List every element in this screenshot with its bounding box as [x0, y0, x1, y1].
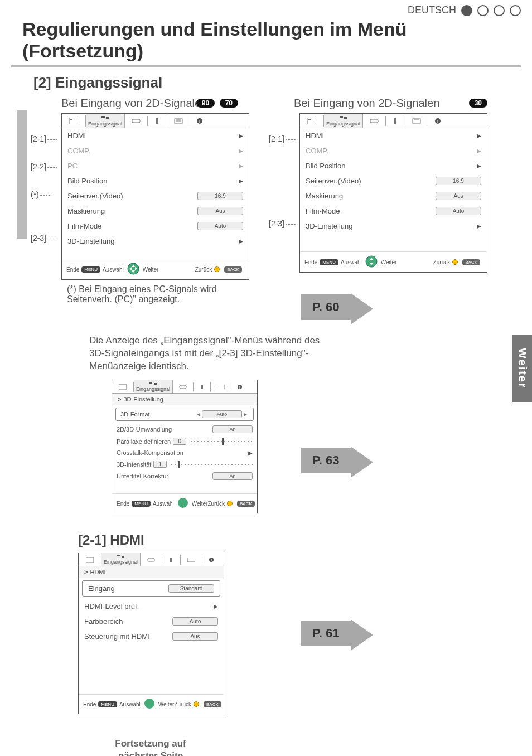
tab-display-icon[interactable]	[148, 115, 167, 127]
svg-rect-19	[344, 117, 347, 119]
tab-function-icon[interactable]	[405, 116, 428, 126]
side-tab-weiter[interactable]: Weiter	[512, 335, 532, 402]
back-button[interactable]: BACK	[462, 259, 480, 265]
chevron-right-icon: ▶	[239, 148, 243, 154]
language-label: DEUTSCH	[408, 4, 456, 16]
menu-row-3d-intensitaet[interactable]: 3D-Intensität1	[112, 458, 257, 470]
svg-text:i: i	[437, 119, 438, 124]
arrow-tip-icon	[351, 619, 373, 651]
tab-display-icon[interactable]	[162, 555, 181, 565]
callout-r-2-1: [2-1]	[269, 134, 296, 143]
tab-function-icon[interactable]	[167, 116, 190, 126]
dot-2-icon	[477, 5, 489, 16]
tab-function-icon[interactable]	[211, 382, 231, 391]
menu-row-hdmi[interactable]: HDMI▶	[62, 128, 249, 143]
back-dot-icon	[227, 501, 233, 506]
menu-row-untertitel[interactable]: Untertitel-KorrekturAn	[112, 470, 257, 482]
triangle-left-icon[interactable]: ◀	[197, 412, 200, 417]
tab-info-icon[interactable]: i	[231, 382, 248, 392]
value-pill: 16:9	[436, 177, 481, 185]
svg-rect-18	[340, 116, 343, 118]
menu-row-filmmode[interactable]: Film-ModeAuto	[62, 219, 249, 234]
menu-row-maskierung[interactable]: MaskierungAus	[300, 188, 487, 203]
menu-row-eingang[interactable]: EingangStandard	[82, 580, 220, 597]
menu-row-pc[interactable]: PC▶	[62, 158, 249, 173]
page-ref-60[interactable]: P. 60	[301, 293, 532, 324]
chevron-right-icon: ▶	[239, 238, 243, 244]
chevron-right-icon: ▶	[477, 148, 481, 154]
tab-display-icon[interactable]	[386, 115, 405, 127]
svg-text:i: i	[211, 558, 212, 562]
page-ref-63[interactable]: P. 63	[301, 447, 532, 478]
back-button[interactable]: BACK	[237, 501, 255, 507]
tab-picture-icon[interactable]	[300, 115, 324, 127]
menu-row-maskierung[interactable]: MaskierungAus	[62, 203, 249, 219]
menu-row-bildposition[interactable]: Bild Position▶	[62, 173, 249, 188]
tab-install-icon[interactable]	[173, 382, 194, 391]
slider-thumb-icon[interactable]	[178, 461, 180, 468]
tab-input[interactable]: Eingangssignal	[101, 553, 141, 566]
menu-row-filmmode[interactable]: Film-ModeAuto	[300, 203, 487, 219]
svg-rect-34	[217, 385, 225, 389]
menu-row-steuerung-hdmi[interactable]: Steuerung mit HDMIAus	[79, 629, 224, 644]
slider-thumb-icon[interactable]	[222, 438, 224, 445]
value-pill: Auto	[436, 207, 481, 215]
pc-signal-note: (*) Bei Eingang eines PC-Signals wird Se…	[67, 284, 223, 304]
menu-row-comp[interactable]: COMP.▶	[62, 143, 249, 158]
tab-input[interactable]: Eingangssignal	[324, 114, 363, 128]
tab-display-icon[interactable]	[194, 382, 211, 392]
tab-info-icon[interactable]: i	[202, 555, 220, 565]
page-ref-61[interactable]: P. 61	[301, 619, 532, 651]
menu-row-seitenver[interactable]: Seitenver.(Video)16:9	[300, 173, 487, 188]
menu-button[interactable]: MENU	[132, 501, 151, 507]
menu-row-hdmi[interactable]: HDMI▶	[300, 128, 487, 143]
back-dot-icon	[452, 259, 458, 265]
tab-picture-icon[interactable]	[62, 115, 86, 127]
menu-row-comp[interactable]: COMP.▶	[300, 143, 487, 158]
menu-row-crosstalk[interactable]: Crosstalk-Kompensation▶	[112, 447, 257, 458]
menu-row-farbbereich[interactable]: FarbbereichAuto	[79, 614, 224, 629]
menu-row-3d[interactable]: 3D-Einstellung▶	[62, 234, 249, 249]
tab-picture-icon[interactable]	[112, 382, 134, 392]
menu-button[interactable]: MENU	[81, 266, 100, 273]
menu-row-2d3d-umwandlung[interactable]: 2D/3D-UmwandlungAn	[112, 423, 257, 435]
input-icon	[149, 381, 158, 386]
menu-row-seitenver[interactable]: Seitenver.(Video)16:9	[62, 188, 249, 203]
tab-install-icon[interactable]	[141, 555, 162, 564]
dot-4-icon	[510, 5, 521, 16]
chevron-right-icon: ▶	[239, 178, 243, 184]
slider[interactable]	[191, 439, 253, 444]
vertical-bar-icon	[17, 110, 27, 239]
svg-rect-39	[117, 555, 120, 556]
tab-info-icon[interactable]: i	[428, 115, 447, 127]
menu-button[interactable]: MENU	[320, 259, 338, 265]
slider[interactable]	[171, 462, 253, 467]
svg-rect-42	[170, 558, 172, 562]
page-title: Regulierungen und Einstellungen im Menü …	[0, 18, 532, 65]
input-icon	[338, 115, 349, 120]
page-ref-label: P. 60	[301, 294, 351, 320]
menu-row-parallaxe[interactable]: Parallaxe definieren0	[112, 435, 257, 447]
back-button[interactable]: BACK	[224, 266, 242, 273]
svg-rect-17	[308, 119, 311, 120]
triangle-right-icon[interactable]: ▶	[244, 412, 247, 417]
menu-row-bildposition[interactable]: Bild Position▶	[300, 158, 487, 173]
menu-row-3d-format[interactable]: 3D-Format ◀Auto▶	[115, 408, 254, 421]
menu-button[interactable]: MENU	[98, 701, 117, 707]
svg-rect-22	[413, 119, 420, 123]
header-bar: DEUTSCH	[0, 0, 532, 18]
tab-function-icon[interactable]	[181, 555, 202, 564]
tab-input[interactable]: Eingangssignal	[86, 114, 125, 128]
menu-row-hdmi-level[interactable]: HDMI-Level prüf.▶	[79, 599, 224, 614]
svg-rect-38	[86, 557, 94, 563]
menu-row-3d[interactable]: 3D-Einstellung▶	[300, 219, 487, 234]
footer-back-group: Zurück BACK	[195, 266, 244, 273]
callout-2-1: [2-1]	[31, 134, 57, 143]
tab-info-icon[interactable]: i	[190, 115, 209, 127]
tab-input[interactable]: Eingangssignal	[134, 380, 173, 393]
tab-install-icon[interactable]	[363, 116, 386, 126]
tab-install-icon[interactable]	[125, 116, 148, 126]
tab-picture-icon[interactable]	[79, 555, 101, 565]
value-pill: Auto	[197, 222, 243, 230]
back-button[interactable]: BACK	[204, 701, 221, 707]
